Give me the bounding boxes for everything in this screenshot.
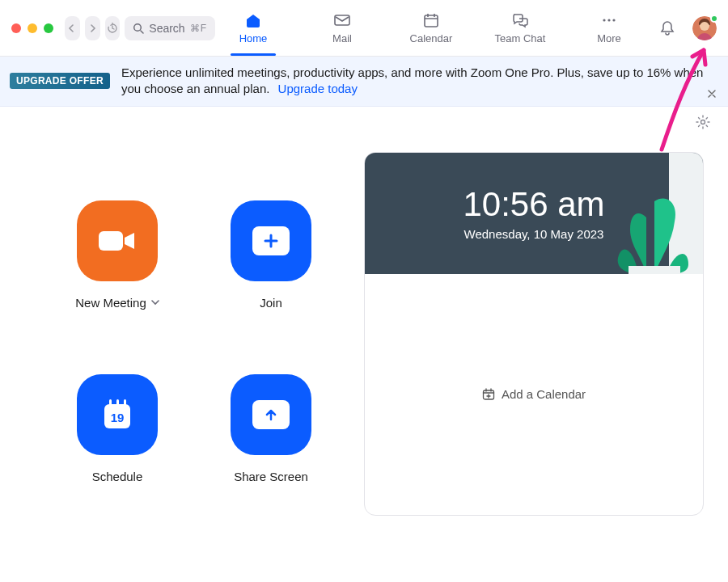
svg-rect-2: [425, 15, 438, 27]
window-maximize-button[interactable]: [44, 23, 53, 33]
schedule-button[interactable]: 19: [77, 374, 158, 455]
svg-point-3: [603, 19, 605, 21]
banner-close-button[interactable]: [707, 87, 717, 101]
tab-home[interactable]: Home: [220, 11, 286, 44]
history-button[interactable]: [105, 16, 121, 40]
svg-rect-13: [124, 399, 126, 407]
svg-rect-11: [109, 399, 112, 407]
chevron-down-icon: [151, 299, 159, 306]
more-icon: [600, 11, 618, 29]
tab-label: More: [597, 32, 621, 44]
join-button[interactable]: [231, 200, 311, 281]
window-close-button[interactable]: [11, 23, 21, 33]
action-label: Schedule: [92, 470, 143, 483]
history-icon: [107, 23, 118, 34]
add-calendar-button[interactable]: Add a Calendar: [365, 274, 703, 515]
tab-calendar[interactable]: Calendar: [398, 11, 464, 44]
home-icon: [244, 11, 262, 29]
upgrade-banner: UPGRADE OFFER Experience unlimited meeti…: [0, 57, 728, 107]
svg-rect-1: [335, 15, 349, 25]
action-label: New Meeting: [75, 296, 146, 310]
plant-decoration: [598, 153, 703, 274]
clock-time: 10:56 am: [463, 185, 604, 224]
new-meeting-button[interactable]: [77, 200, 158, 281]
video-icon: [95, 225, 139, 257]
tab-more[interactable]: More: [576, 11, 642, 44]
notifications-button[interactable]: [654, 15, 681, 42]
arrow-up-icon: [263, 407, 279, 423]
calendar-add-icon: [482, 388, 495, 401]
action-grid: New Meeting Join: [57, 152, 348, 516]
banner-text: Experience unlimited meetings, productiv…: [121, 65, 713, 98]
upgrade-badge: UPGRADE OFFER: [10, 73, 110, 89]
nav-tabs: Home Mail Calendar Team Chat More: [220, 11, 642, 44]
svg-rect-16: [629, 266, 680, 274]
upgrade-link[interactable]: Upgrade today: [278, 82, 358, 95]
svg-rect-12: [116, 399, 119, 407]
calendar-icon: [422, 11, 440, 29]
mail-icon: [333, 11, 351, 29]
chevron-right-icon: [88, 24, 96, 32]
calendar-day-icon: 19: [97, 394, 138, 435]
svg-point-4: [607, 19, 610, 21]
svg-point-0: [134, 23, 142, 31]
tab-label: Home: [239, 32, 268, 44]
window-minimize-button[interactable]: [28, 23, 37, 33]
search-placeholder: Search: [149, 22, 184, 35]
add-calendar-label: Add a Calendar: [502, 387, 586, 401]
tab-team-chat[interactable]: Team Chat: [487, 11, 553, 44]
plus-icon: [262, 232, 280, 250]
chat-icon: [511, 11, 529, 29]
svg-rect-9: [99, 231, 123, 251]
presence-indicator: [710, 15, 718, 23]
tab-mail[interactable]: Mail: [309, 11, 375, 44]
svg-text:19: 19: [111, 411, 125, 424]
profile-avatar[interactable]: [692, 16, 717, 40]
clock-date: Wednesday, 10 May 2023: [464, 227, 604, 241]
back-button[interactable]: [65, 16, 80, 40]
share-screen-button[interactable]: [231, 374, 311, 455]
chevron-left-icon: [68, 24, 76, 32]
action-label: Join: [260, 296, 282, 310]
forward-button[interactable]: [85, 16, 100, 40]
settings-button[interactable]: [696, 115, 710, 133]
action-label: Share Screen: [234, 470, 308, 483]
panel-header: 10:56 am Wednesday, 10 May 2023: [365, 153, 703, 274]
search-shortcut: ⌘F: [190, 23, 207, 34]
close-icon: [707, 89, 717, 99]
tab-label: Team Chat: [495, 32, 546, 44]
calendar-panel: 10:56 am Wednesday, 10 May 2023 Add a Ca…: [364, 152, 704, 516]
tab-label: Calendar: [410, 32, 453, 44]
search-input[interactable]: Search ⌘F: [125, 16, 215, 40]
search-icon: [133, 23, 144, 34]
new-meeting-dropdown[interactable]: [151, 298, 159, 307]
tab-label: Mail: [332, 32, 352, 44]
svg-point-5: [612, 19, 615, 21]
svg-point-8: [701, 120, 705, 124]
bell-icon: [660, 20, 675, 36]
gear-icon: [696, 115, 710, 129]
